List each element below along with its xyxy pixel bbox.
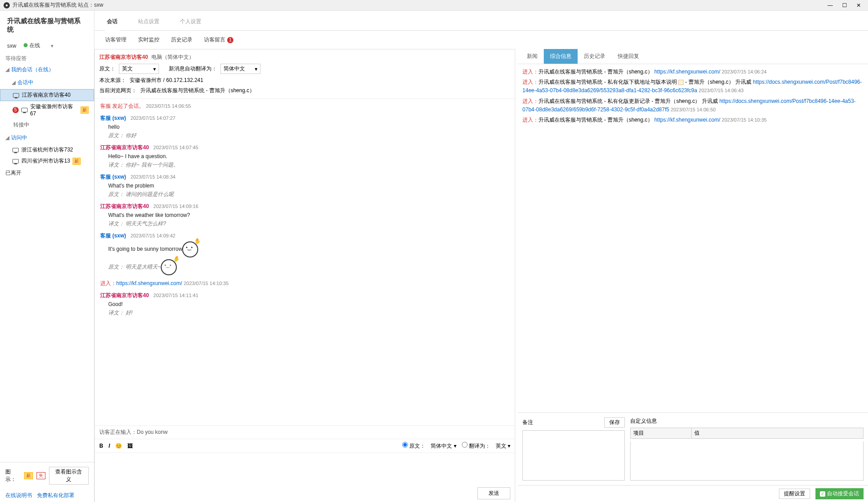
- image-button[interactable]: 🖼: [127, 443, 133, 449]
- bold-button[interactable]: B: [99, 443, 103, 449]
- timestamp: 2023/07/15 14:09:42: [130, 233, 175, 238]
- source-label: 本次来源：: [99, 77, 126, 84]
- current-page-label: 当前浏览网页：: [99, 87, 137, 94]
- status-dropdown-icon[interactable]: ▾: [51, 43, 53, 49]
- log-timestamp: 2023/07/15 14:06:24: [722, 69, 767, 74]
- custom-table-header: 项目 值: [630, 428, 864, 439]
- reminder-settings-button[interactable]: 提醒设置: [779, 489, 810, 499]
- monitor-icon: [13, 93, 19, 98]
- log-page-title: 升讯威在线客服与营销系统 - 私有化版下载地址与版本说明: [538, 79, 677, 85]
- message-body: Hello~ I have a question.: [100, 151, 509, 160]
- unread-badge: 5: [12, 107, 19, 113]
- visitor-item[interactable]: 四川省泸州市访客13 新: [0, 155, 94, 167]
- save-note-button[interactable]: 保存: [604, 417, 625, 428]
- message-input[interactable]: [95, 453, 515, 485]
- radio-translate[interactable]: 翻译为：: [462, 442, 490, 450]
- top-tabs: 会话 站点设置 个人设置: [94, 11, 868, 31]
- subnav-monitor[interactable]: 实时监控: [138, 36, 159, 44]
- waiting-label: 等待应答: [0, 51, 94, 63]
- legend-lost-tag: 失: [37, 472, 45, 479]
- message-count-badge: 1: [227, 37, 233, 43]
- send-button[interactable]: 发送: [477, 487, 510, 499]
- typing-indicator: 访客正在输入：Do you konw: [95, 425, 515, 439]
- monitor-icon: [12, 148, 19, 152]
- subnav-visitors[interactable]: 访客管理: [105, 36, 126, 44]
- log-timestamp: 2023/07/15 14:06:50: [671, 107, 716, 112]
- sender-name: 客服 (sxw): [100, 114, 126, 122]
- tree-left[interactable]: 已离开: [0, 167, 94, 180]
- monitor-icon: [12, 159, 19, 163]
- radio-original[interactable]: 原文：: [402, 442, 425, 450]
- note-label: 备注: [522, 419, 533, 426]
- tree-in-conversation[interactable]: ◢会话中: [0, 76, 94, 89]
- timestamp: 2023/07/15 14:09:16: [153, 204, 198, 209]
- header-visitor-name: 江苏省南京市访客40: [99, 53, 148, 61]
- log-timestamp: 2023/07/15 14:10:35: [722, 117, 767, 122]
- sender-name: 江苏省南京市访客40: [100, 144, 149, 151]
- timestamp: 2023/07/15 14:07:27: [130, 115, 175, 121]
- tree-my-conversations[interactable]: ◢我的会话（在线）: [0, 63, 94, 76]
- tab-site-settings[interactable]: 站点设置: [136, 15, 161, 30]
- visitor-item-active[interactable]: 江苏省南京市访客40: [0, 89, 94, 101]
- subnav-history[interactable]: 历史记录: [171, 36, 192, 44]
- subnav-messages[interactable]: 访客留言1: [204, 36, 233, 44]
- timestamp: 2023/07/15 14:10:35: [183, 281, 228, 286]
- log-url[interactable]: https://kf.shengxunwei.com/: [654, 117, 720, 123]
- italic-button[interactable]: I: [109, 443, 110, 449]
- current-page-value: 升讯威在线客服与营销系统 - 曹旭升（sheng.c）: [140, 87, 255, 94]
- visitor-item[interactable]: 浙江省杭州市访客732: [0, 144, 94, 155]
- tree-transferring[interactable]: 转接中: [0, 118, 94, 131]
- original-lang-select[interactable]: 英文▾: [119, 64, 159, 74]
- rtab-history[interactable]: 历史记录: [578, 49, 611, 64]
- log-enter-label: 进入：: [522, 79, 538, 85]
- tree-visiting[interactable]: ◢访问中: [0, 131, 94, 144]
- note-textarea[interactable]: [522, 430, 625, 481]
- rtab-info[interactable]: 综合信息: [544, 49, 578, 64]
- window-title: 升讯威在线客服与营销系统 站点：sxw: [12, 1, 827, 9]
- tab-personal-settings[interactable]: 个人设置: [178, 15, 203, 30]
- manual-link[interactable]: 在线说明书: [5, 492, 32, 498]
- minimize-button[interactable]: —: [827, 2, 833, 8]
- timestamp: 2023/07/15 14:11:41: [153, 293, 198, 298]
- subnav: 访客管理 实时监控 历史记录 访客留言1: [94, 31, 868, 49]
- enter-link[interactable]: https://kf.shengxunwei.com/: [116, 280, 182, 286]
- view-legend-button[interactable]: 查看图示含义: [49, 467, 89, 485]
- sender-name: 客服 (sxw): [100, 232, 126, 240]
- rtab-news[interactable]: 新闻: [521, 49, 544, 64]
- custom-table-body[interactable]: [630, 441, 864, 481]
- status-dot-icon: [24, 43, 28, 47]
- original-lang-dropdown[interactable]: 简体中文 ▾: [431, 442, 456, 450]
- auto-accept-toggle[interactable]: ✓ 自动接受会话: [815, 488, 864, 499]
- visitor-name: 安徽省滁州市访客67: [30, 103, 78, 117]
- emoji-button[interactable]: 😊: [115, 443, 122, 449]
- monitor-icon: [21, 108, 28, 112]
- auto-translate-lang-select[interactable]: 简体中文▾: [220, 64, 261, 74]
- message-body: Good!: [100, 299, 509, 308]
- source-value: 安徽省滁州市 / 60.172.132.241: [130, 77, 203, 84]
- header-device: 电脑（简体中文）: [151, 53, 194, 61]
- visitor-item[interactable]: 5 安徽省滁州市访客67 新: [0, 101, 94, 118]
- close-button[interactable]: ✕: [856, 2, 862, 8]
- online-status[interactable]: 在线: [24, 42, 40, 49]
- activity-log: 进入：升讯威在线客服与营销系统 - 曹旭升（sheng.c） https://k…: [518, 64, 868, 412]
- tab-conversation[interactable]: 会话: [105, 15, 119, 31]
- sticker-icon: [161, 259, 177, 275]
- log-url[interactable]: https://kf.shengxunwei.com/: [654, 69, 720, 75]
- composer-toolbar: B I 😊 🖼 原文： 简体中文 ▾ 翻译为： 英文 ▾: [95, 439, 515, 453]
- chevron-down-icon: ▾: [255, 66, 257, 72]
- chat-messages[interactable]: 客服 发起了会话。 2023/07/15 14:06:55客服 (sxw)202…: [95, 99, 515, 425]
- check-icon: ✓: [820, 491, 825, 497]
- log-enter-label: 进入：: [522, 69, 538, 75]
- maximize-button[interactable]: ☐: [841, 2, 848, 8]
- translate-lang-dropdown[interactable]: 英文 ▾: [496, 442, 510, 450]
- log-timestamp: 2023/07/15 14:06:43: [699, 88, 744, 93]
- visitor-name: 江苏省南京市访客40: [22, 91, 70, 99]
- rtab-quick-reply[interactable]: 快捷回复: [611, 49, 645, 64]
- legend-label: 图示：: [5, 468, 20, 483]
- custom-info-label: 自定义信息: [630, 417, 864, 425]
- message-translation: 译文： 你好~ 我有一个问题。: [100, 160, 509, 169]
- deploy-link[interactable]: 免费私有化部署: [37, 492, 74, 498]
- message-body: It's going to be sunny tomorrow: [100, 240, 509, 258]
- visitor-name: 四川省泸州市访客13: [21, 157, 70, 165]
- legend-new-tag: 新: [24, 472, 33, 479]
